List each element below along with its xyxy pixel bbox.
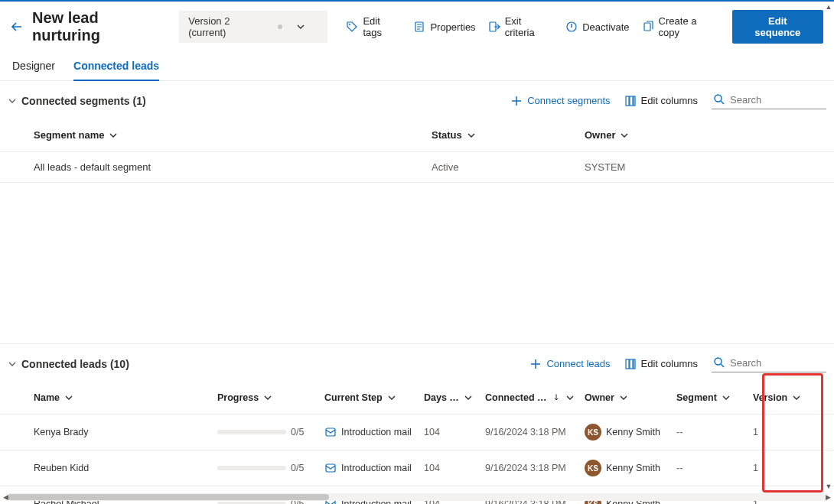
scroll-up-icon[interactable]: ▲ (826, 3, 832, 11)
version-dropdown[interactable]: Version 2 (current) (179, 11, 327, 43)
segment-name-cell: All leads - default segment (34, 161, 432, 173)
scroll-thumb[interactable] (8, 494, 329, 500)
lead-name-cell: Reuben Kidd (34, 463, 217, 473)
col-days[interactable]: Days … (424, 392, 485, 403)
lead-progress-cell: 0/5 (217, 427, 324, 437)
chevron-down-icon (619, 393, 628, 402)
col-owner[interactable]: Owner (585, 392, 676, 403)
col-segment[interactable]: Segment (676, 392, 753, 403)
segments-search[interactable] (712, 92, 826, 109)
exit-criteria-button[interactable]: Exit criteria (488, 15, 554, 38)
lead-progress-cell: 0/5 (217, 463, 324, 473)
columns-icon (624, 95, 637, 107)
lead-step-cell: Introduction mail (324, 462, 424, 474)
avatar: KS (585, 424, 601, 441)
segments-section-header: Connected segments (1) Connect segments … (0, 81, 834, 117)
document-icon (413, 21, 425, 33)
connect-leads-button[interactable]: Connect leads (529, 358, 610, 370)
edit-columns-segments-button[interactable]: Edit columns (624, 95, 698, 107)
chevron-down-icon (263, 393, 272, 402)
edit-columns-leads-button[interactable]: Edit columns (624, 358, 698, 370)
tag-icon (346, 21, 358, 33)
lead-name-cell: Kenya Brady (34, 427, 217, 437)
segments-title: Connected segments (1) (21, 95, 146, 107)
chevron-down-icon (109, 131, 118, 140)
scroll-left-icon[interactable]: ◀ (3, 493, 8, 501)
scroll-right-icon[interactable]: ▶ (826, 493, 831, 501)
lead-row[interactable]: Reuben Kidd 0/5 Introduction mail 104 9/… (0, 450, 834, 486)
lead-version-cell: 1 (753, 427, 806, 437)
top-bar: New lead nurturing Version 2 (current) E… (0, 0, 834, 49)
chevron-down-icon[interactable] (8, 359, 17, 369)
command-bar: Edit tags Properties Exit criteria Deact… (346, 10, 823, 44)
mail-icon (324, 462, 337, 474)
lead-owner-cell: KSKenny Smith (585, 460, 676, 476)
chevron-down-icon (792, 393, 801, 402)
segments-search-input[interactable] (730, 94, 814, 106)
leads-search-input[interactable] (730, 357, 814, 369)
connect-leads-label: Connect leads (546, 358, 610, 369)
deactivate-label: Deactivate (582, 21, 629, 33)
deactivate-button[interactable]: Deactivate (565, 21, 629, 33)
chevron-down-icon (296, 22, 305, 31)
mail-icon (324, 426, 337, 438)
tab-connected-leads[interactable]: Connected leads (73, 54, 159, 81)
back-button[interactable] (11, 21, 23, 33)
lead-days-cell: 104 (424, 427, 485, 437)
horizontal-scrollbar[interactable]: ◀ ▶ (5, 493, 829, 501)
chevron-down-icon[interactable] (8, 96, 17, 106)
col-current-step[interactable]: Current Step (324, 392, 424, 403)
tab-designer[interactable]: Designer (12, 54, 55, 80)
plus-icon (510, 95, 523, 107)
progress-bar (217, 430, 286, 434)
plus-icon (529, 358, 542, 370)
chevron-down-icon (565, 393, 575, 402)
connect-segments-button[interactable]: Connect segments (510, 95, 610, 107)
col-owner[interactable]: Owner (585, 129, 834, 141)
chevron-down-icon (464, 393, 473, 402)
properties-button[interactable]: Properties (413, 21, 475, 33)
avatar: KS (585, 460, 601, 476)
scroll-down-icon[interactable]: ▼ (826, 483, 832, 490)
lead-segment-cell: -- (676, 427, 753, 437)
lead-connected-cell: 9/16/2024 3:18 PM (485, 427, 585, 437)
tab-strip: Designer Connected leads (0, 49, 834, 81)
progress-bar (217, 466, 286, 470)
segment-status-cell: Active (432, 161, 585, 173)
lead-step-cell: Introduction mail (324, 426, 424, 438)
leads-section-header: Connected leads (10) Connect leads Edit … (0, 344, 834, 380)
create-copy-button[interactable]: Create a copy (642, 15, 720, 38)
exit-icon (488, 21, 500, 33)
vertical-scrollbar[interactable]: ▲ ▼ (825, 3, 832, 490)
page-title: New lead nurturing (32, 9, 170, 44)
col-status[interactable]: Status (432, 129, 585, 141)
leads-title: Connected leads (10) (21, 358, 129, 370)
col-lead-name[interactable]: Name (34, 392, 217, 403)
segment-row[interactable]: All leads - default segment Active SYSTE… (0, 152, 834, 183)
col-segment-name[interactable]: Segment name (34, 129, 432, 141)
leads-search[interactable] (712, 355, 826, 372)
power-icon (565, 21, 578, 33)
leads-grid-header: Name Progress Current Step Days … Connec… (0, 380, 834, 415)
edit-sequence-button[interactable]: Edit sequence (732, 10, 823, 44)
lead-owner-cell: KSKenny Smith (585, 424, 676, 441)
col-version[interactable]: Version (753, 392, 806, 403)
lead-days-cell: 104 (424, 463, 485, 473)
segments-grid: Segment name Status Owner All leads - de… (0, 117, 834, 183)
col-progress[interactable]: Progress (217, 392, 324, 403)
copy-icon (642, 21, 654, 33)
connect-segments-label: Connect segments (527, 95, 610, 106)
edit-tags-button[interactable]: Edit tags (346, 15, 401, 38)
search-icon (713, 356, 725, 369)
chevron-down-icon (467, 131, 476, 140)
chevron-down-icon (722, 393, 731, 402)
col-connected[interactable]: Connected … (485, 392, 585, 403)
lead-row[interactable]: Kenya Brady 0/5 Introduction mail 104 9/… (0, 415, 834, 450)
sort-down-icon (552, 393, 561, 402)
lead-version-cell: 1 (753, 463, 806, 473)
search-icon (713, 93, 725, 106)
leads-grid: Name Progress Current Step Days … Connec… (0, 380, 834, 504)
arrow-left-icon (11, 21, 23, 33)
lead-segment-cell: -- (676, 463, 753, 473)
exit-criteria-label: Exit criteria (505, 15, 554, 38)
